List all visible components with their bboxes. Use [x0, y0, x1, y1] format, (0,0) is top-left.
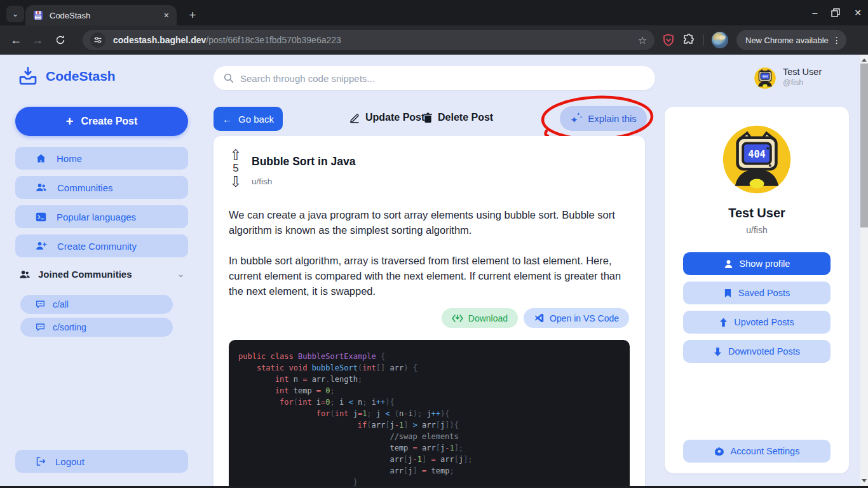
update-post-label: Update Post	[365, 112, 424, 123]
chevron-down-icon[interactable]: ⌄	[177, 269, 184, 279]
terminal-icon	[36, 212, 46, 222]
person-plus-icon	[36, 241, 47, 251]
scrollbar-up-arrow[interactable]	[860, 56, 868, 64]
shield-extension-icon[interactable]	[662, 34, 675, 46]
scrollbar-down-arrow[interactable]	[860, 477, 868, 484]
minimize-icon[interactable]: –	[812, 8, 817, 18]
kebab-menu-icon[interactable]: ⋮	[832, 35, 841, 45]
sidebar-item-label: Home	[57, 153, 82, 164]
post-title: Bubble Sort in Java	[252, 155, 355, 168]
browser-profile-avatar[interactable]	[711, 31, 729, 49]
explain-this-button[interactable]: ✦✦✦ Explain this	[560, 106, 647, 131]
extension-area: New Chrome available ⋮	[662, 30, 846, 50]
delete-post-label: Delete Post	[438, 112, 493, 123]
code-line: public class BubbleSortExample {	[238, 351, 630, 362]
sidebar-item-communities[interactable]: Communities	[15, 176, 188, 199]
address-bar[interactable]: codestash.baghel.dev/post/66f18c3e1fbd57…	[83, 30, 654, 50]
page-scrollbar-thumb[interactable]	[860, 64, 868, 227]
url-path: /post/66f18c3e1fbd570b39e6a223	[206, 35, 341, 45]
saved-posts-button[interactable]: Saved Posts	[683, 281, 831, 304]
show-profile-button[interactable]: Show profile	[683, 252, 831, 275]
close-icon[interactable]: ✕	[854, 8, 862, 18]
account-settings-button[interactable]: Account Settings	[683, 440, 831, 463]
delete-post-button[interactable]: Delete Post	[423, 112, 493, 123]
downvoted-posts-button[interactable]: Downvoted Posts	[683, 340, 831, 363]
go-back-button[interactable]: ← Go back	[214, 107, 283, 131]
forward-icon[interactable]: →	[27, 34, 48, 47]
extensions-puzzle-icon[interactable]	[682, 34, 695, 46]
upvoted-posts-button[interactable]: Upvoted Posts	[683, 311, 831, 334]
saved-posts-label: Saved Posts	[738, 288, 790, 298]
post-actions: Download Open in VS Code	[442, 308, 629, 328]
floppy-disk-favicon	[33, 10, 43, 20]
code-line: //swap elements	[238, 431, 630, 442]
search-input[interactable]	[240, 73, 645, 84]
sidebar-item-c-sorting[interactable]: c/sorting	[20, 318, 173, 337]
vote-column: ⇧ 5 ⇩	[227, 149, 244, 188]
header-user-chip[interactable]: 404 Test User @fish	[754, 67, 822, 90]
search-bar[interactable]	[214, 66, 655, 90]
tab-close-icon[interactable]: ×	[164, 10, 169, 20]
download-label: Download	[468, 313, 508, 323]
chrome-update-button[interactable]: New Chrome available ⋮	[736, 30, 846, 50]
profile-avatar: 404	[721, 123, 793, 196]
brand[interactable]: CodeStash	[18, 66, 116, 86]
chip-text: Test User @fish	[783, 67, 822, 90]
vscode-icon	[534, 313, 545, 323]
code-line: arr[j] = temp;	[238, 465, 630, 477]
code-block[interactable]: public class BubbleSortExample { static …	[229, 340, 630, 488]
logout-label: Logout	[55, 456, 85, 467]
back-icon[interactable]: ←	[5, 34, 27, 47]
profile-card: 404 Test User u/fish Show profile Saved …	[665, 107, 849, 473]
new-tab-button[interactable]: +	[184, 7, 201, 24]
sparkles-icon: ✦✦✦	[570, 113, 581, 125]
upvoted-posts-label: Upvoted Posts	[734, 317, 794, 327]
sidebar-item-home[interactable]: Home	[15, 147, 188, 170]
logout-button[interactable]: Logout	[15, 450, 188, 473]
code-line: static void bubbleSort(int[] arr) {	[238, 362, 630, 374]
code-line: arr[j-1] = arr[j];	[238, 454, 630, 465]
open-vscode-button[interactable]: Open in VS Code	[524, 308, 629, 328]
user-handle: @fish	[783, 78, 822, 87]
sidebar-item-label: Create Community	[57, 241, 137, 252]
post-author: u/fish	[252, 177, 272, 186]
plus-icon: +	[66, 114, 74, 129]
account-settings-label: Account Settings	[731, 446, 800, 456]
profile-handle: u/fish	[665, 225, 849, 235]
gear-icon	[714, 446, 724, 456]
upvote-icon[interactable]: ⇧	[227, 149, 244, 161]
sidebar-item-popular-languages[interactable]: Popular languages	[15, 205, 188, 228]
community-label: c/all	[53, 299, 69, 309]
sidebar-item-c-all[interactable]: c/all	[20, 295, 173, 314]
user-name: Test User	[783, 67, 822, 77]
bookmark-star-icon[interactable]: ☆	[638, 34, 647, 46]
trash-icon	[423, 112, 433, 123]
user-avatar: 404	[754, 67, 776, 90]
post-paragraph: In bubble sort algorithm, array is trave…	[229, 253, 632, 299]
arrow-down-icon	[714, 347, 722, 356]
url-host: codestash.baghel.dev	[113, 35, 206, 45]
chevron-down-icon: ⌄	[12, 10, 18, 18]
logout-icon	[36, 456, 46, 466]
pencil-icon	[349, 112, 360, 123]
svg-text:404: 404	[748, 149, 765, 160]
joined-communities-header[interactable]: Joined Communities ⌄	[19, 269, 184, 280]
download-button[interactable]: Download	[442, 308, 518, 328]
code-line: for(int i=0; i < n; i++){	[238, 396, 630, 408]
browser-tab[interactable]: CodeStash ×	[25, 5, 177, 25]
create-post-button[interactable]: + Create Post	[15, 107, 188, 136]
community-label: c/sorting	[53, 322, 86, 332]
svg-text:404: 404	[763, 75, 768, 78]
downvoted-posts-label: Downvoted Posts	[728, 346, 800, 356]
sidebar-item-create-community[interactable]: Create Community	[15, 234, 188, 257]
site-settings-icon[interactable]	[90, 32, 105, 48]
restore-icon[interactable]	[831, 8, 840, 17]
brand-name: CodeStash	[46, 69, 116, 84]
chat-bubble-icon	[36, 323, 45, 332]
tab-search-button[interactable]: ⌄	[6, 6, 24, 22]
profile-name: Test User	[665, 206, 849, 220]
code-line: for(int j=1; j < (n-i); j++){	[238, 408, 630, 419]
reload-icon[interactable]	[55, 34, 66, 46]
downvote-icon[interactable]: ⇩	[227, 175, 244, 188]
update-post-button[interactable]: Update Post	[349, 112, 424, 123]
